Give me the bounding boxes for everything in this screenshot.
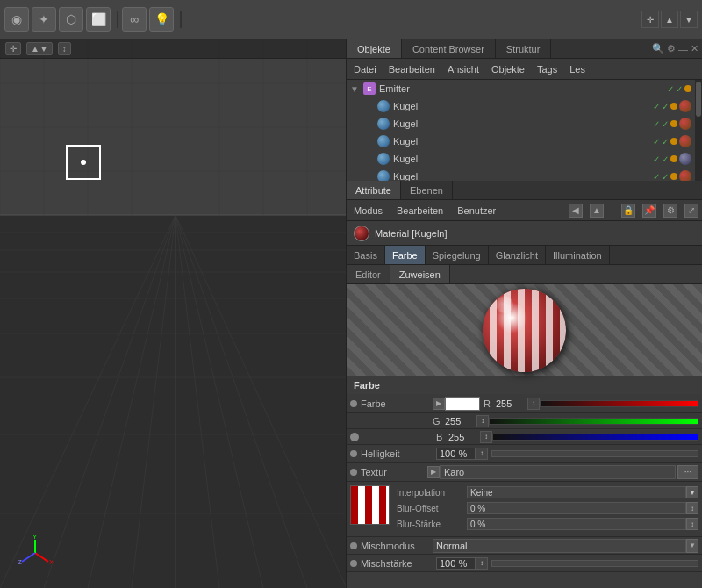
objects-scrollbar-thumb[interactable] bbox=[696, 82, 701, 117]
interpolation-value[interactable]: Keine bbox=[467, 486, 686, 498]
helligkeit-bar[interactable] bbox=[491, 450, 698, 457]
scene-cube[interactable] bbox=[66, 145, 101, 180]
k5-material[interactable] bbox=[679, 170, 691, 181]
k5-check-2[interactable]: ✓ bbox=[662, 172, 669, 182]
object-row-kugel-4[interactable]: Kugel ✓ ✓ bbox=[347, 150, 695, 168]
expand-icon[interactable]: ▼ bbox=[350, 84, 362, 94]
tool-icon-4[interactable]: ⬜ bbox=[86, 7, 111, 32]
menu-les[interactable]: Les bbox=[566, 62, 589, 76]
tool-icon-2[interactable]: ✦ bbox=[32, 7, 56, 32]
r-value[interactable]: 255 bbox=[496, 398, 527, 409]
helligkeit-value[interactable]: 100 % bbox=[436, 448, 476, 460]
object-row-kugel-1[interactable]: Kugel ✓ ✓ bbox=[347, 97, 695, 115]
interpolation-arrow[interactable]: ▼ bbox=[686, 486, 698, 498]
g-value[interactable]: 255 bbox=[445, 416, 476, 427]
k1-material[interactable] bbox=[679, 100, 691, 112]
mat-tab-glanzlicht[interactable]: Glanzlicht bbox=[489, 246, 546, 264]
textur-name[interactable]: Karo bbox=[440, 465, 676, 479]
tool-icon-6[interactable]: 💡 bbox=[149, 7, 174, 32]
b-stepper[interactable]: ↕ bbox=[480, 431, 492, 443]
k4-check-2[interactable]: ✓ bbox=[662, 154, 669, 164]
textur-arrow-btn[interactable]: ▶ bbox=[427, 466, 440, 478]
tool-icon-1[interactable]: ◉ bbox=[4, 7, 29, 32]
attr-settings-btn[interactable]: ⚙ bbox=[663, 204, 677, 218]
attr-menu-modus[interactable]: Modus bbox=[350, 204, 386, 218]
k2-material[interactable] bbox=[679, 118, 691, 130]
emitter-check-1[interactable]: ✓ bbox=[667, 84, 674, 94]
objects-scrollbar[interactable] bbox=[695, 80, 702, 181]
minimize-icon[interactable]: — bbox=[678, 44, 688, 54]
tool-icon-5[interactable]: ∞ bbox=[122, 7, 147, 32]
attr-up-btn[interactable]: ▲ bbox=[590, 204, 604, 218]
attr-menu-bearbeiten[interactable]: Bearbeiten bbox=[393, 204, 447, 218]
close-icon[interactable]: ✕ bbox=[691, 43, 698, 54]
attr-expand-btn[interactable]: ⤢ bbox=[684, 204, 698, 218]
mat-tab-farbe[interactable]: Farbe bbox=[385, 246, 426, 264]
menu-bearbeiten[interactable]: Bearbeiten bbox=[385, 62, 439, 76]
tab-attribute[interactable]: Attribute bbox=[347, 181, 401, 199]
blur-staerke-arrow[interactable]: ↕ bbox=[686, 518, 698, 530]
object-row-kugel-3[interactable]: Kugel ✓ ✓ bbox=[347, 133, 695, 150]
k5-check-1[interactable]: ✓ bbox=[653, 172, 660, 182]
tab-content-browser[interactable]: Content Browser bbox=[402, 39, 496, 58]
k2-check-1[interactable]: ✓ bbox=[653, 119, 660, 129]
tool-icon-3[interactable]: ⬡ bbox=[59, 7, 83, 32]
viewport-grid bbox=[0, 39, 346, 588]
mat-tab-basis[interactable]: Basis bbox=[347, 246, 385, 264]
mischstaerke-stepper[interactable]: ↕ bbox=[476, 557, 488, 570]
k4-check-1[interactable]: ✓ bbox=[653, 154, 660, 164]
k1-check-1[interactable]: ✓ bbox=[653, 102, 660, 111]
color-swatch-white[interactable] bbox=[445, 397, 480, 411]
gear-icon[interactable]: ⚙ bbox=[667, 43, 676, 54]
r-stepper[interactable]: ↕ bbox=[527, 398, 540, 410]
attr-menu-benutzer[interactable]: Benutzer bbox=[454, 204, 499, 218]
menu-objekte[interactable]: Objekte bbox=[488, 62, 528, 76]
sub-tab-zuweisen[interactable]: Zuweisen bbox=[390, 265, 450, 283]
viewport-scale-btn[interactable]: ↕ bbox=[58, 42, 71, 55]
k2-check-2[interactable]: ✓ bbox=[662, 119, 669, 129]
object-row-kugel-2[interactable]: Kugel ✓ ✓ bbox=[347, 115, 695, 133]
g-stepper[interactable]: ↕ bbox=[476, 415, 489, 427]
mischmodus-arrow[interactable]: ▼ bbox=[686, 539, 698, 553]
k4-material[interactable] bbox=[679, 153, 691, 165]
viewport-move-icon[interactable]: ✛ bbox=[641, 11, 659, 28]
tab-struktur[interactable]: Struktur bbox=[496, 39, 552, 58]
menu-tags[interactable]: Tags bbox=[534, 62, 561, 76]
sub-tab-editor[interactable]: Editor bbox=[347, 265, 390, 283]
menu-ansicht[interactable]: Ansicht bbox=[444, 62, 483, 76]
helligkeit-stepper[interactable]: ↕ bbox=[476, 448, 488, 460]
mat-tab-spiegelung[interactable]: Spiegelung bbox=[426, 246, 489, 264]
viewport-down-icon[interactable]: ▼ bbox=[680, 11, 698, 28]
viewport-up-icon[interactable]: ▲ bbox=[661, 11, 678, 28]
emitter-check-2[interactable]: ✓ bbox=[676, 84, 683, 94]
mat-tab-illumination[interactable]: Illumination bbox=[546, 246, 610, 264]
attr-lock-btn[interactable]: 🔒 bbox=[621, 204, 635, 218]
k3-material[interactable] bbox=[679, 135, 691, 147]
blur-staerke-value[interactable]: 0 % bbox=[467, 518, 686, 530]
viewport-mode-btn[interactable]: ✛ bbox=[5, 42, 21, 55]
mischmodus-value[interactable]: Normal bbox=[433, 539, 686, 553]
tab-ebenen[interactable]: Ebenen bbox=[401, 181, 453, 199]
b-bar[interactable] bbox=[492, 434, 698, 441]
k1-check-2[interactable]: ✓ bbox=[662, 102, 669, 111]
attr-back-btn[interactable]: ◀ bbox=[569, 204, 583, 218]
mischstaerke-bar[interactable] bbox=[491, 560, 698, 567]
blur-offset-value[interactable]: 0 % bbox=[467, 502, 686, 514]
blur-offset-arrow[interactable]: ↕ bbox=[686, 502, 698, 514]
search-icon[interactable]: 🔍 bbox=[652, 43, 664, 54]
object-row-emitter[interactable]: ▼ E Emitter ✓ ✓ bbox=[347, 80, 695, 97]
g-bar[interactable] bbox=[489, 418, 698, 425]
object-row-kugel-5[interactable]: Kugel ✓ ✓ bbox=[347, 168, 695, 181]
viewport-arrows-btn[interactable]: ▲▼ bbox=[26, 42, 53, 55]
k3-check-1[interactable]: ✓ bbox=[653, 137, 660, 147]
k3-check-2[interactable]: ✓ bbox=[662, 137, 669, 147]
r-bar[interactable] bbox=[540, 400, 698, 407]
b-value[interactable]: 255 bbox=[448, 432, 480, 442]
attr-pin-btn[interactable]: 📌 bbox=[642, 204, 656, 218]
menu-datei[interactable]: Datei bbox=[350, 62, 380, 76]
farbe-arrow-btn[interactable]: ▶ bbox=[433, 398, 445, 410]
tab-objekte[interactable]: Objekte bbox=[347, 39, 402, 58]
textur-more-btn[interactable]: ··· bbox=[677, 465, 698, 479]
mischstaerke-value[interactable]: 100 % bbox=[436, 557, 476, 570]
viewport[interactable]: ✛ ▲▼ ↕ X Y Z bbox=[0, 39, 347, 588]
